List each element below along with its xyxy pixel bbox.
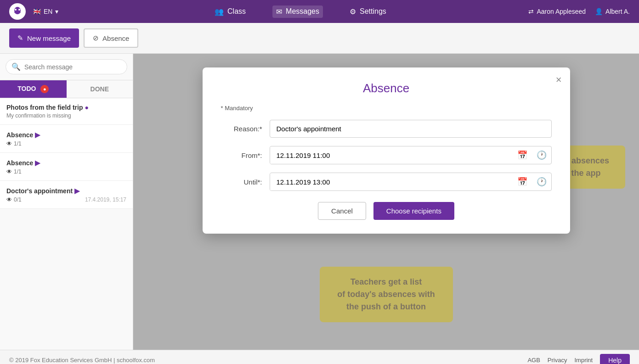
- arrow-icon: ▶: [74, 186, 80, 195]
- topnav-right: ⇄ Aaron Appleseed 👤 Albert A.: [528, 8, 630, 15]
- messages-label: Messages: [286, 7, 319, 16]
- nav-center: 👥 Class ✉ Messages ⚙ Settings: [72, 6, 528, 18]
- nav-settings[interactable]: ⚙ Settings: [346, 6, 390, 18]
- until-calendar-icon[interactable]: 📅: [513, 173, 532, 190]
- svg-point-2: [18, 9, 20, 11]
- tab-done[interactable]: DONE: [67, 80, 133, 98]
- user2-name: Albert A.: [605, 8, 630, 15]
- message-item[interactable]: Photos from the field trip ● My confirma…: [0, 98, 133, 125]
- modal-close-button[interactable]: ×: [556, 74, 562, 86]
- search-icon: 🔍: [11, 62, 21, 71]
- class-label: Class: [227, 7, 246, 16]
- nav-class[interactable]: 👥 Class: [211, 6, 249, 18]
- message-sub: 1/1: [14, 168, 22, 175]
- reason-row: Reason:*: [221, 120, 552, 138]
- absence-modal: × Absence * Mandatory Reason:* From*: 📅 …: [203, 67, 570, 234]
- edit-icon: ✎: [17, 34, 23, 42]
- eye-icon: 👁: [6, 196, 12, 203]
- user1-menu[interactable]: ⇄ Aaron Appleseed: [528, 8, 586, 15]
- dot-icon: ●: [85, 104, 88, 111]
- from-row: From*: 📅 🕐: [221, 146, 552, 164]
- reason-label: Reason:*: [221, 125, 262, 133]
- from-clock-icon[interactable]: 🕐: [532, 146, 551, 164]
- until-label: Until*:: [221, 178, 262, 186]
- mandatory-note: * Mandatory: [221, 105, 552, 112]
- sidebar: 🔍 TODO ● DONE Photos from the field trip…: [0, 54, 133, 350]
- cancel-button[interactable]: Cancel: [318, 202, 366, 220]
- footer-agb-link[interactable]: AGB: [527, 357, 540, 364]
- flag-icon: 🇬🇧: [33, 8, 41, 15]
- message-title: Absence: [6, 131, 33, 139]
- tabs-row: TODO ● DONE: [0, 80, 133, 98]
- message-title: Absence: [6, 159, 33, 167]
- person-icon: 👤: [595, 8, 603, 15]
- lang-label: EN: [44, 8, 52, 15]
- ban-icon: ⊘: [93, 34, 99, 42]
- footer-imprint-link[interactable]: Imprint: [574, 357, 593, 364]
- reason-input[interactable]: [270, 120, 552, 138]
- message-sub: My confirmation is missing: [6, 112, 71, 119]
- message-list: Photos from the field trip ● My confirma…: [0, 98, 133, 350]
- tab-todo[interactable]: TODO ●: [0, 80, 67, 98]
- language-selector[interactable]: 🇬🇧 EN ▾: [33, 8, 58, 15]
- until-input-wrap: 📅 🕐: [270, 173, 552, 191]
- help-button[interactable]: Help: [600, 354, 630, 364]
- from-input[interactable]: [270, 147, 513, 164]
- top-navigation: 🇬🇧 EN ▾ 👥 Class ✉ Messages ⚙ Settings ⇄ …: [0, 0, 639, 23]
- message-item[interactable]: Doctor's appointment ▶ 👁0/117.4.2019, 15…: [0, 181, 133, 209]
- user1-name: Aaron Appleseed: [537, 8, 586, 15]
- settings-label: Settings: [360, 7, 386, 16]
- class-icon: 👥: [215, 7, 224, 16]
- until-row: Until*: 📅 🕐: [221, 173, 552, 191]
- search-input-wrap[interactable]: 🔍: [6, 59, 127, 74]
- message-sub: 1/1: [14, 140, 22, 147]
- message-title: Doctor's appointment: [6, 187, 73, 195]
- footer: © 2019 Fox Education Services GmbH | sch…: [0, 350, 639, 364]
- absence-button[interactable]: ⊘ Absence: [84, 28, 138, 48]
- content-area: Parents send absences directly via the a…: [133, 54, 639, 350]
- footer-privacy-link[interactable]: Privacy: [548, 357, 567, 364]
- message-title: Photos from the field trip: [6, 104, 83, 111]
- modal-overlay: × Absence * Mandatory Reason:* From*: 📅 …: [133, 54, 639, 350]
- from-input-wrap: 📅 🕐: [270, 146, 552, 164]
- choose-recipients-button[interactable]: Choose recipients: [373, 202, 454, 220]
- messages-icon: ✉: [276, 7, 282, 16]
- arrow-icon: ▶: [35, 158, 40, 167]
- modal-title: Absence: [221, 81, 552, 95]
- search-bar: 🔍: [0, 54, 133, 80]
- eye-icon: 👁: [6, 168, 12, 175]
- todo-badge: ●: [40, 85, 49, 93]
- toolbar: ✎ New message ⊘ Absence: [0, 23, 639, 54]
- chevron-down-icon: ▾: [55, 8, 58, 15]
- arrow-icon: ▶: [35, 130, 40, 139]
- new-message-button[interactable]: ✎ New message: [9, 28, 79, 48]
- switch-icon: ⇄: [528, 8, 534, 15]
- svg-point-1: [15, 9, 17, 11]
- app-logo[interactable]: [9, 3, 26, 20]
- user2-menu[interactable]: 👤 Albert A.: [595, 8, 630, 15]
- until-input[interactable]: [270, 174, 513, 190]
- eye-icon: 👁: [6, 140, 12, 147]
- footer-copyright: © 2019 Fox Education Services GmbH | sch…: [9, 357, 155, 364]
- nav-messages[interactable]: ✉ Messages: [272, 6, 323, 18]
- from-calendar-icon[interactable]: 📅: [513, 146, 532, 164]
- message-item[interactable]: Absence ▶ 👁1/1: [0, 153, 133, 181]
- search-input[interactable]: [24, 63, 121, 71]
- gear-icon: ⚙: [350, 7, 356, 16]
- from-label: From*:: [221, 151, 262, 159]
- main-content: 🔍 TODO ● DONE Photos from the field trip…: [0, 54, 639, 350]
- modal-actions: Cancel Choose recipients: [221, 202, 552, 220]
- message-item[interactable]: Absence ▶ 👁1/1: [0, 125, 133, 153]
- message-date: 17.4.2019, 15:17: [85, 196, 126, 203]
- footer-links: AGB Privacy Imprint Help: [527, 354, 630, 364]
- until-clock-icon[interactable]: 🕐: [532, 173, 551, 190]
- message-sub: 0/1: [14, 196, 22, 203]
